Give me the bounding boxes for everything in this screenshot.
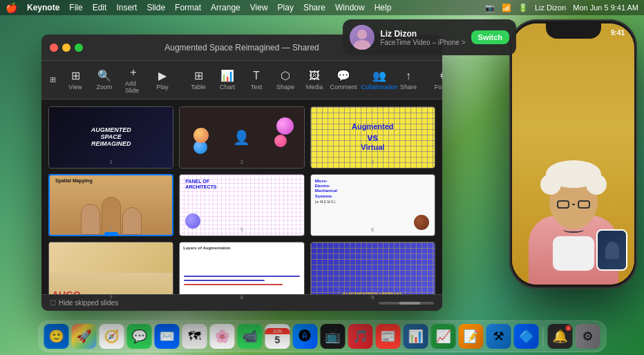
share-menu[interactable]: Share — [303, 3, 325, 12]
dock-keynote[interactable]: 📊 — [404, 324, 428, 349]
dock-finder[interactable]: 🙂 — [44, 324, 69, 349]
keynote-toolbar: ⊞ ⊞ View 🔍 Zoom + Add Slide ▶ Play ⊞ Tab… — [41, 61, 442, 99]
slide8-number: 8 — [240, 294, 243, 300]
facetime-video: 9:41 — [512, 23, 634, 285]
toolbar-media[interactable]: 🖼 Media — [302, 67, 327, 93]
slide1-number: 1 — [109, 159, 112, 165]
dock-launchpad[interactable]: 🚀 — [72, 324, 97, 349]
dock-safari[interactable]: 🧭 — [100, 324, 124, 349]
menubar-left: 🍎 Keynote File Edit Insert Slide Format … — [6, 2, 391, 13]
toolbar-share[interactable]: ↑ Share — [396, 67, 421, 93]
zoom-icon: ⊞ — [50, 75, 56, 84]
comment-icon: 💬 — [337, 69, 350, 82]
slide6-number: 6 — [371, 227, 374, 233]
slide-menu[interactable]: Slide — [146, 3, 165, 12]
dock-appstore2[interactable]: 🔷 — [514, 324, 539, 349]
date-time: Mon Jun 5 9:41 AM — [573, 3, 638, 12]
table-icon: ⊞ — [194, 69, 203, 82]
dock-calendar[interactable]: JUN 5 — [265, 324, 290, 349]
facetime-notification: Liz Dizon FaceTime Video – iPhone > Swit… — [343, 19, 516, 55]
toolbar-table[interactable]: ⊞ Table — [186, 66, 211, 93]
scroll-thumb[interactable] — [399, 302, 420, 305]
slide3-title: AugmentedvsVirtual — [349, 119, 397, 155]
window-minimize-button[interactable] — [62, 44, 70, 52]
window-maximize-button[interactable] — [75, 44, 83, 52]
iphone-notch — [546, 23, 601, 39]
slide9-number: 9 — [371, 294, 374, 300]
dock-system-prefs[interactable]: ⚙ — [576, 324, 600, 349]
collaboration-icon: 👥 — [372, 69, 386, 82]
slide-thumbnail-4[interactable]: Spatial Mapping 4 — [48, 174, 173, 236]
edit-menu[interactable]: Edit — [93, 3, 107, 12]
window-menu[interactable]: Window — [335, 3, 365, 12]
dock-xcode[interactable]: ⚒ — [486, 324, 511, 349]
slide-thumbnail-3[interactable]: AugmentedvsVirtual 3 — [310, 106, 435, 169]
toolbar-text[interactable]: T Text — [244, 67, 269, 93]
dock-facetime[interactable]: 📹 — [238, 324, 263, 349]
window-close-button[interactable] — [50, 44, 58, 52]
dock-notification[interactable]: 🔔 1 — [548, 324, 573, 349]
toolbar-format[interactable]: ⚙ Format — [432, 66, 442, 93]
slide4-number: 4 — [109, 226, 112, 232]
dock-news[interactable]: 📰 — [376, 324, 401, 349]
toolbar-zoom[interactable]: 🔍 Zoom — [92, 66, 117, 93]
view-icon: ⊞ — [71, 69, 80, 82]
media-icon: 🖼 — [309, 70, 320, 82]
dock-messages[interactable]: 💬 — [127, 324, 152, 349]
toolbar-chart[interactable]: 📊 Chart — [215, 66, 240, 93]
slide8-title: Layers of Augmentation — [183, 246, 230, 250]
dock-mail[interactable]: ✉️ — [155, 324, 180, 349]
hide-skipped-slides[interactable]: ☐ Hide skipped slides — [50, 299, 118, 307]
arrange-menu[interactable]: Arrange — [211, 3, 240, 12]
add-slide-icon: + — [130, 66, 136, 79]
hide-skipped-checkbox[interactable]: ☐ — [50, 299, 56, 307]
dock-numbers[interactable]: 📈 — [431, 324, 456, 349]
facetime-caller-name: Liz Dizon — [380, 29, 465, 39]
svg-point-1 — [354, 40, 370, 50]
toolbar-view[interactable]: ⊞ View — [63, 66, 88, 93]
slide-thumbnail-5[interactable]: PANEL OFARCHITECTS 5 — [179, 174, 304, 236]
help-menu[interactable]: Help — [375, 3, 392, 12]
insert-menu[interactable]: Insert — [116, 3, 137, 12]
app-name-menu[interactable]: Keynote — [27, 3, 59, 12]
mini-selfview — [596, 229, 627, 271]
dock-music[interactable]: 🎵 — [348, 324, 373, 349]
toolbar-shape[interactable]: ⬡ Shape — [273, 66, 298, 93]
format-menu[interactable]: Format — [175, 3, 201, 12]
window-title: Augmented Space Reimagined — Shared — [164, 43, 319, 52]
toolbar-comment[interactable]: 💬 Comment — [331, 66, 356, 93]
slide5-number: 5 — [240, 227, 243, 233]
camera-icon: 📷 — [485, 3, 495, 12]
slide-thumbnail-2[interactable]: 👤 2 — [179, 106, 304, 169]
dock-appstore[interactable]: 🅐 — [293, 324, 318, 349]
toolbar-play[interactable]: ▶ Play — [150, 66, 175, 93]
play-menu[interactable]: Play — [278, 3, 294, 12]
dock: 🙂 🚀 🧭 💬 ✉️ 🗺 🌸 📹 JUN 5 🅐 📺 🎵 📰 📊 📈 📝 ⚒ 🔷… — [38, 320, 607, 352]
user-name: Liz Dizon — [535, 3, 566, 12]
slide7-number: 7 — [109, 294, 112, 300]
dock-maps[interactable]: 🗺 — [182, 324, 207, 349]
zoom-toolbar-icon: 🔍 — [97, 69, 111, 82]
facetime-info: Liz Dizon FaceTime Video – iPhone > — [380, 29, 465, 46]
dock-pages[interactable]: 📝 — [459, 324, 484, 349]
menubar: 🍎 Keynote File Edit Insert Slide Format … — [0, 0, 644, 15]
play-icon: ▶ — [158, 69, 167, 82]
slide-thumbnail-6[interactable]: Micro-Electro-MechanicalSystems (or M.E.… — [310, 174, 435, 236]
text-icon: T — [253, 70, 260, 82]
slide-thumbnail-1[interactable]: AUGMENTEDSPACEREIMAGINED 1 — [48, 106, 173, 169]
facetime-source: FaceTime Video – iPhone > — [380, 39, 465, 46]
dock-photos[interactable]: 🌸 — [210, 324, 235, 349]
keynote-main: AUGMENTEDSPACEREIMAGINED 1 👤 — [41, 99, 442, 311]
toolbar-collaboration[interactable]: 👥 Collaboration — [367, 66, 392, 93]
dock-tv[interactable]: 📺 — [321, 324, 345, 349]
slide4-title: Spatial Mapping — [55, 178, 93, 183]
apple-menu[interactable]: 🍎 — [6, 2, 17, 13]
wifi-icon: 📶 — [502, 3, 511, 12]
desktop: 🍎 Keynote File Edit Insert Slide Format … — [0, 0, 644, 355]
iphone-screen: 9:41 — [512, 23, 634, 285]
facetime-switch-button[interactable]: Switch — [471, 30, 509, 44]
toolbar-add-slide[interactable]: + Add Slide — [121, 64, 146, 97]
slide3-number: 3 — [371, 159, 374, 165]
view-menu[interactable]: View — [250, 3, 268, 12]
file-menu[interactable]: File — [69, 3, 82, 12]
